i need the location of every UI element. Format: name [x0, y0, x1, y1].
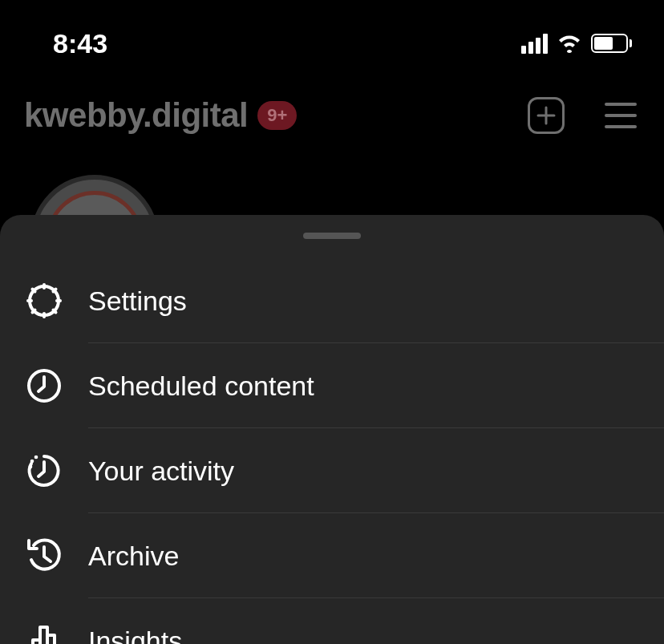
- menu-item-label: Your activity: [88, 456, 234, 487]
- battery-icon: [591, 34, 632, 53]
- menu-item-your-activity[interactable]: Your activity: [0, 428, 664, 513]
- cellular-signal-icon: [521, 34, 548, 54]
- menu-item-insights[interactable]: Insights: [0, 598, 664, 644]
- insights-icon: [24, 621, 64, 644]
- settings-menu: Settings Scheduled content: [0, 258, 664, 644]
- svg-point-4: [34, 456, 38, 460]
- svg-point-3: [30, 460, 34, 464]
- sheet-drag-handle[interactable]: [303, 233, 361, 239]
- plus-icon: [536, 105, 557, 126]
- activity-icon: [24, 451, 64, 491]
- status-time: 8:43: [53, 28, 107, 59]
- clock-icon: [24, 366, 64, 406]
- gear-icon: [24, 281, 64, 321]
- menu-item-archive[interactable]: Archive: [0, 513, 664, 598]
- menu-item-label: Archive: [88, 541, 179, 572]
- svg-point-2: [29, 465, 33, 469]
- menu-item-label: Scheduled content: [88, 371, 314, 402]
- status-bar: 8:43: [0, 0, 664, 64]
- menu-item-settings[interactable]: Settings: [0, 258, 664, 343]
- profile-title-area[interactable]: kwebby.digital 9+: [24, 96, 297, 135]
- wifi-icon: [557, 34, 581, 53]
- menu-item-label: Insights: [88, 626, 182, 645]
- menu-button[interactable]: [605, 103, 637, 128]
- status-indicators: [521, 34, 632, 54]
- create-post-button[interactable]: [528, 97, 565, 134]
- history-icon: [24, 536, 64, 576]
- username: kwebby.digital: [24, 96, 248, 135]
- bottom-sheet: Settings Scheduled content: [0, 215, 664, 644]
- menu-item-label: Settings: [88, 286, 187, 317]
- svg-rect-7: [47, 635, 55, 644]
- notification-badge: 9+: [257, 101, 297, 130]
- profile-header: kwebby.digital 9+: [0, 64, 664, 135]
- menu-item-scheduled-content[interactable]: Scheduled content: [0, 343, 664, 428]
